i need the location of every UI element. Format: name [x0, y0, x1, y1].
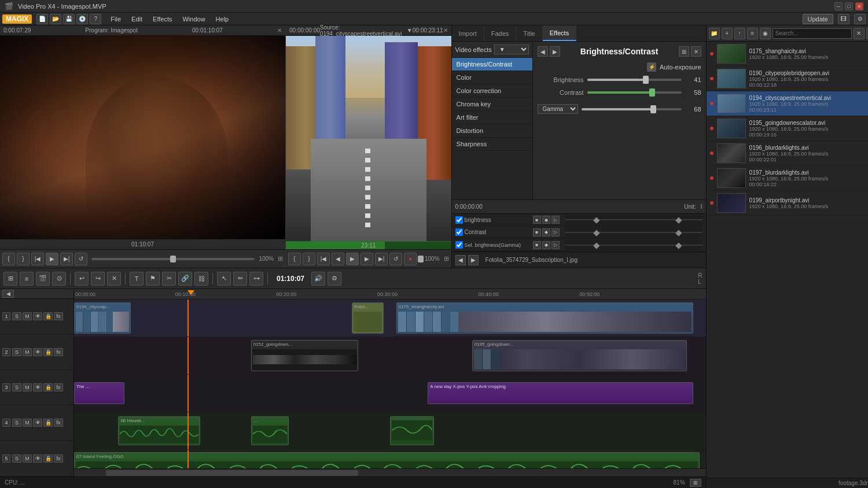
open-icon[interactable]: 📂 — [50, 14, 61, 24]
clip-2-2[interactable]: 0195_goingdown... — [472, 340, 687, 371]
rp-folder[interactable]: 📁 — [709, 28, 720, 39]
file-search-input[interactable] — [773, 28, 852, 39]
track-2-solo[interactable]: S — [12, 348, 21, 356]
clip-2-1[interactable]: 0152_goingdown... — [251, 340, 359, 371]
track-1-lock[interactable]: 🔒 — [43, 312, 53, 320]
left-mark-out[interactable]: } — [17, 253, 30, 265]
new-icon[interactable]: 📄 — [36, 14, 48, 24]
tl-multicam[interactable]: ⊙ — [52, 272, 66, 286]
tab-title[interactable]: Title — [516, 25, 542, 41]
kf-b-icon1[interactable]: ■ — [533, 216, 541, 224]
right-expand[interactable]: ⊞ — [444, 255, 449, 263]
track-5-lock[interactable]: 🔒 — [43, 454, 53, 463]
tl-settings2[interactable]: ⚙ — [328, 272, 341, 286]
cinema-icon[interactable]: 🎞 — [838, 14, 849, 24]
menu-help[interactable]: Help — [211, 14, 234, 24]
right-mark-out[interactable]: } — [303, 253, 315, 265]
clip-1-3[interactable]: 0175_shanghaicity.avi — [396, 302, 693, 334]
track-2-eye[interactable]: 👁 — [33, 348, 42, 356]
rp-import[interactable]: + — [722, 28, 733, 39]
effects-dropdown[interactable]: ▼ — [494, 45, 529, 54]
effect-item-art-filter[interactable]: Art filter — [452, 111, 532, 124]
clip-3-1[interactable]: The ... — [74, 382, 124, 404]
menu-effects[interactable]: Effects — [148, 14, 176, 24]
kf-gamma-check[interactable] — [455, 241, 463, 249]
tl-list-view[interactable]: ≡ — [20, 272, 34, 286]
settings-icon[interactable]: ⚙ — [854, 14, 866, 24]
clip-4-2[interactable]: ... — [251, 416, 289, 445]
menu-window[interactable]: Window — [178, 14, 209, 24]
left-skip-back[interactable]: |◀ — [31, 253, 44, 265]
rp-export[interactable]: ↑ — [734, 28, 745, 39]
track-3-lock[interactable]: 🔒 — [43, 383, 53, 391]
track-3-fx[interactable]: fx — [54, 383, 63, 391]
minimize-button[interactable]: ─ — [834, 2, 843, 10]
left-skip-forward[interactable]: ▶| — [60, 253, 73, 265]
track-2-fx[interactable]: fx — [54, 348, 63, 356]
clip-5-1[interactable]: 07 Island Feeling.OGG — [74, 452, 700, 468]
help-icon[interactable]: ? — [90, 14, 101, 24]
track-1-mute[interactable]: M — [23, 312, 32, 320]
file-item-0[interactable]: 0175_shanghaicity.avi 1920 x 1080, 16:9,… — [707, 42, 868, 66]
track-1-fx[interactable]: fx — [54, 312, 63, 320]
tl-storyboard[interactable]: 🎬 — [36, 272, 50, 286]
effect-item-chroma-key[interactable]: Chroma key — [452, 98, 532, 111]
tl-link[interactable]: 🔗 — [178, 272, 192, 286]
effects-scroll-right[interactable]: ▶ — [468, 255, 479, 265]
track-4-mute[interactable]: M — [23, 419, 32, 427]
tl-trim[interactable]: ✂ — [162, 272, 176, 286]
right-step-back[interactable]: ◀ — [332, 253, 344, 265]
clip-1-1[interactable]: 0194_cityscap... — [74, 302, 131, 334]
tl-volume[interactable]: 🔊 — [311, 272, 325, 286]
clip-3-2[interactable]: A new day X-pos Y-pos Anti cropping — [428, 382, 693, 404]
effects-scroll-left[interactable]: ◀ — [455, 255, 466, 265]
source-dropdown-arrow[interactable]: ▼ — [407, 27, 413, 34]
track-3-eye[interactable]: 👁 — [33, 383, 42, 391]
effect-item-distortion[interactable]: Distortion — [452, 124, 532, 138]
track-3-mute[interactable]: M — [23, 383, 32, 391]
effect-item-color-correction[interactable]: Color correction — [452, 84, 532, 98]
nav-back[interactable]: ◀ — [538, 46, 548, 57]
tl-grid-view[interactable]: ⊞ — [3, 272, 17, 286]
update-button[interactable]: Update — [803, 14, 833, 24]
track-4-eye[interactable]: 👁 — [33, 419, 42, 427]
file-item-2[interactable]: 0194_cityscapestreetvertical.avi 1920 x … — [707, 91, 868, 116]
kf-brightness-check[interactable] — [455, 216, 463, 224]
right-mark-in[interactable]: { — [288, 253, 301, 265]
left-preview-close[interactable]: ✕ — [277, 27, 282, 34]
rp-close[interactable]: ✕ — [854, 28, 865, 39]
kf-c-icon1[interactable]: ■ — [533, 228, 541, 236]
right-preview-close[interactable]: ✕ — [443, 27, 448, 34]
nav-forward[interactable]: ▶ — [550, 46, 560, 57]
left-mark-in[interactable]: { — [2, 253, 15, 265]
clip-1-2[interactable]: Fotol... — [352, 302, 384, 334]
tl-undo[interactable]: ↩ — [75, 272, 89, 286]
effect-item-color[interactable]: Color — [452, 71, 532, 84]
file-item-5[interactable]: 0197_blurdarklights.avi 1920 x 1080, 16:… — [707, 166, 868, 191]
maximize-button[interactable]: □ — [845, 2, 853, 10]
tl-delete[interactable]: ✕ — [107, 272, 121, 286]
kf-g-icon3[interactable]: ▷ — [551, 241, 560, 249]
rp-expand[interactable]: ⊞ — [866, 28, 868, 39]
tl-draw[interactable]: ✏ — [233, 272, 247, 286]
left-loop[interactable]: ↺ — [75, 253, 87, 265]
track-5-fx[interactable]: fx — [54, 454, 63, 463]
right-scrubber[interactable]: 23:11 — [286, 241, 451, 249]
kf-c-icon2[interactable]: ◆ — [542, 228, 550, 236]
track-2-lock[interactable]: 🔒 — [43, 348, 53, 356]
menu-edit[interactable]: Edit — [127, 14, 147, 24]
tl-unlink[interactable]: ⛓ — [194, 272, 208, 286]
track-4-solo[interactable]: S — [12, 419, 21, 427]
right-skip-back[interactable]: |◀ — [317, 253, 330, 265]
tl-marker[interactable]: ⚑ — [146, 272, 160, 286]
track-3-solo[interactable]: S — [12, 383, 21, 391]
clip-4-3[interactable] — [390, 416, 434, 445]
track-1-solo[interactable]: S — [12, 312, 21, 320]
right-skip-forward[interactable]: ▶| — [375, 253, 388, 265]
track-4-fx[interactable]: fx — [54, 419, 63, 427]
right-loop[interactable]: ↺ — [389, 253, 402, 265]
gamma-select[interactable]: Gamma — [538, 104, 578, 114]
track-5-mute[interactable]: M — [23, 454, 32, 463]
track-collapse-all[interactable]: ◀ — [2, 290, 14, 298]
file-item-3[interactable]: 0195_goingdownescalator.avi 1920 x 1080,… — [707, 116, 868, 141]
